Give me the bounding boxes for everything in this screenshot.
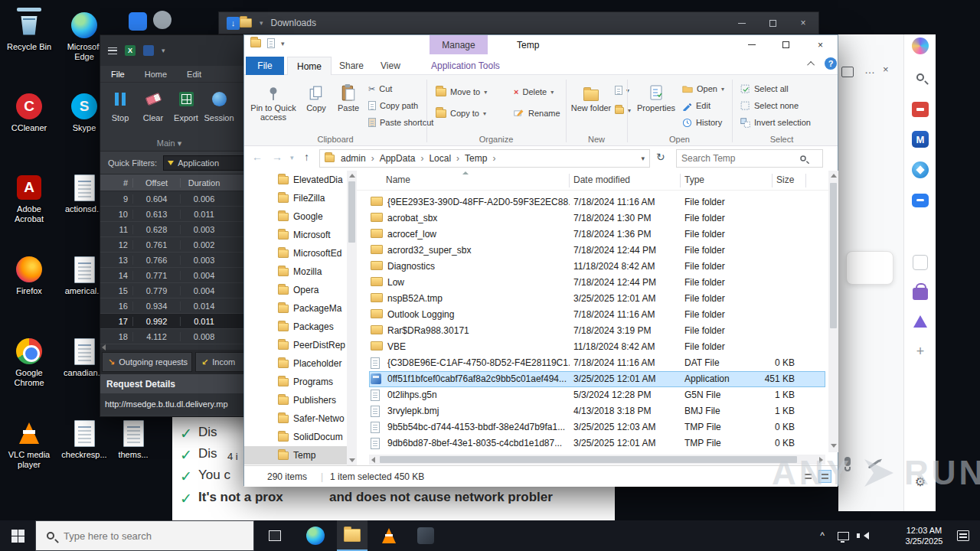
desktop-icon-adobe-acrobat[interactable]: A Adobe Acrobat: [5, 173, 54, 224]
recent-locations-icon[interactable]: ▾: [290, 154, 294, 161]
file-row[interactable]: 3rvylepk.bmj4/13/2018 3:18 PMBMJ File1 K…: [369, 403, 825, 419]
floating-card[interactable]: [846, 251, 893, 285]
file-row[interactable]: {C3D8E96E-C1AF-4750-8D52-F4E28119C1...7/…: [369, 355, 825, 371]
copilot-icon[interactable]: [911, 37, 929, 55]
qat-new-folder-icon[interactable]: [267, 38, 275, 48]
delete-button[interactable]: ×Delete▾: [514, 84, 554, 99]
tree-item[interactable]: Mozilla: [244, 262, 347, 281]
qat-customize-icon[interactable]: ▾: [281, 40, 285, 47]
open-button[interactable]: Open▾: [682, 81, 724, 96]
add-app-icon[interactable]: +: [911, 342, 929, 360]
file-row-selected[interactable]: 0ff51f1bfcef0cabf76af8a2c9bb5c01aef494..…: [369, 371, 825, 387]
edit-button[interactable]: Edit: [682, 98, 710, 113]
file-row[interactable]: Low7/18/2024 12:44 PMFile folder: [369, 275, 825, 291]
file-row[interactable]: Rar$DRa988.301717/18/2024 3:19 PMFile fo…: [369, 323, 825, 339]
scroll-up-icon[interactable]: [349, 174, 355, 178]
application-filter-dropdown[interactable]: Application ▾: [163, 155, 253, 171]
crumb-local[interactable]: Local: [429, 153, 465, 164]
tab-home[interactable]: Home: [287, 57, 332, 75]
file-row[interactable]: 9b5b54bc-d744-4153-bbdf-38e24d7b9fa1...3…: [369, 419, 825, 435]
request-row[interactable]: 130.7660.003: [100, 253, 267, 268]
tab-file[interactable]: File: [246, 57, 284, 75]
partial-user-icon[interactable]: [153, 11, 172, 29]
explorer-titlebar[interactable]: ▾ Manage Temp ×: [244, 35, 838, 54]
request-row[interactable]: 110.6280.003: [100, 222, 267, 237]
tab-share[interactable]: Share: [330, 57, 373, 75]
panel-icon[interactable]: [841, 67, 854, 77]
tree-item[interactable]: Publishers: [244, 391, 347, 409]
excel-export-icon[interactable]: X: [125, 45, 136, 56]
tree-item[interactable]: PeerDistRep: [244, 336, 347, 354]
scroll-down-icon[interactable]: [831, 444, 837, 448]
select-all-button[interactable]: Select all: [740, 81, 789, 96]
start-button[interactable]: [0, 520, 35, 551]
taskbar-search[interactable]: [35, 520, 254, 551]
address-dropdown-icon[interactable]: ▾: [641, 155, 645, 162]
tree-item[interactable]: Google: [244, 207, 347, 226]
menu-file[interactable]: File: [111, 70, 125, 79]
downloads-maximize-button[interactable]: [757, 12, 788, 34]
tree-item[interactable]: Packages: [244, 318, 347, 336]
desktop-icon-doc-checkresp[interactable]: checkresp...: [60, 419, 109, 460]
session-button[interactable]: Session: [204, 86, 234, 122]
drop-icon[interactable]: [911, 312, 929, 331]
crumb-temp[interactable]: Temp: [465, 153, 501, 164]
crumb-admin[interactable]: admin: [341, 153, 380, 164]
network-icon[interactable]: [833, 520, 853, 551]
task-view-button[interactable]: [260, 520, 289, 551]
scroll-left-icon[interactable]: [371, 457, 375, 463]
move-to-button[interactable]: Move to▾: [436, 84, 487, 99]
microphone-icon[interactable]: [844, 457, 851, 466]
column-header-type[interactable]: Type: [684, 174, 704, 185]
taskbar-vlc-button[interactable]: [374, 520, 404, 551]
taskbar-app-button[interactable]: [410, 520, 441, 551]
microsoft-365-icon[interactable]: M: [911, 130, 929, 148]
forward-button[interactable]: →: [272, 151, 283, 163]
desktop-icon-vlc[interactable]: VLC media player: [5, 419, 54, 470]
copy-to-button[interactable]: Copy to▾: [436, 106, 486, 121]
request-row[interactable]: 90.6040.006: [100, 191, 267, 207]
search-input[interactable]: [677, 153, 798, 164]
tree-item-temp-current[interactable]: Temp: [244, 446, 347, 465]
easy-access-button[interactable]: ▾: [615, 103, 631, 118]
tree-item[interactable]: ElevatedDia: [244, 171, 347, 189]
request-row[interactable]: 100.6130.011: [100, 207, 267, 222]
app-placeholder-icon[interactable]: [911, 253, 929, 272]
pin-quick-access-button[interactable]: Pin to Quick access: [249, 78, 298, 122]
help-icon[interactable]: ?: [825, 57, 837, 70]
stop-button[interactable]: Stop: [105, 86, 136, 122]
debugger-hscrollbar[interactable]: [100, 344, 267, 350]
word-export-icon[interactable]: [143, 45, 154, 56]
paste-button[interactable]: Paste: [332, 78, 365, 112]
file-row[interactable]: Outlook Logging7/18/2024 11:16 AMFile fo…: [369, 307, 825, 323]
qat-dropdown-icon[interactable]: ▾: [162, 47, 165, 54]
back-button[interactable]: ←: [252, 151, 263, 163]
toolbox-icon[interactable]: [911, 100, 929, 119]
file-row[interactable]: acrord32_super_sbx7/18/2024 12:44 PMFile…: [369, 243, 825, 259]
request-row-selected[interactable]: 170.9920.011: [100, 314, 267, 329]
close-button[interactable]: ×: [803, 35, 838, 54]
desktop-icon-doc-thems[interactable]: thems...: [109, 419, 158, 460]
taskbar-explorer-button[interactable]: [337, 520, 368, 551]
tree-item[interactable]: Opera: [244, 281, 347, 299]
paste-shortcut-button[interactable]: Paste shortcut: [368, 115, 433, 130]
scroll-right-icon[interactable]: [819, 457, 823, 463]
tree-item[interactable]: Safer-Netwo: [244, 409, 347, 428]
tree-scrollbar[interactable]: [347, 171, 357, 465]
more-options-icon[interactable]: …: [864, 64, 875, 76]
column-header-date[interactable]: Date modified: [573, 174, 630, 185]
file-row[interactable]: Diagnostics11/18/2024 8:42 AMFile folder: [369, 259, 825, 275]
pen-icon[interactable]: [867, 463, 880, 465]
export-button[interactable]: Export: [171, 86, 201, 122]
designer-icon[interactable]: [911, 161, 929, 179]
select-none-button[interactable]: Select none: [740, 98, 799, 113]
tree-item[interactable]: SolidDocum: [244, 428, 347, 446]
maximize-button[interactable]: [769, 35, 803, 54]
tree-item[interactable]: Placeholder: [244, 354, 347, 373]
copy-path-button[interactable]: Copy path: [368, 98, 418, 113]
cut-button[interactable]: ✂Cut: [368, 81, 392, 96]
file-row[interactable]: 0t2lihps.g5n5/3/2024 12:28 PMG5N File1 K…: [369, 387, 825, 403]
chat-icon[interactable]: [911, 191, 929, 210]
copy-button[interactable]: Copy: [301, 78, 332, 112]
downloads-window-titlebar[interactable]: ↓ ▾ Downloads ×: [218, 11, 819, 34]
